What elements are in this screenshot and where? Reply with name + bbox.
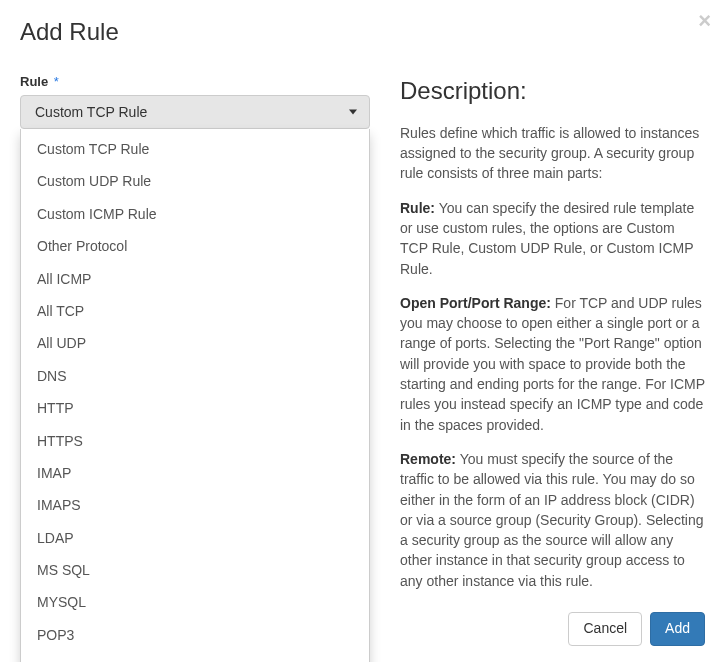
- rule-option[interactable]: HTTPS: [21, 425, 369, 457]
- rule-label-text: Rule: [20, 74, 48, 89]
- description-rule-label: Rule:: [400, 200, 435, 216]
- rule-option[interactable]: All ICMP: [21, 263, 369, 295]
- close-icon[interactable]: ×: [698, 10, 711, 32]
- rule-option[interactable]: MYSQL: [21, 586, 369, 618]
- description-rule-text: You can specify the desired rule templat…: [400, 200, 694, 277]
- add-rule-modal: × Add Rule Rule * Custom TCP Rule Custom…: [0, 0, 725, 662]
- rule-dropdown[interactable]: Custom TCP RuleCustom UDP RuleCustom ICM…: [20, 129, 370, 662]
- rule-option[interactable]: HTTP: [21, 392, 369, 424]
- rule-option[interactable]: Custom UDP Rule: [21, 165, 369, 197]
- rule-option[interactable]: DNS: [21, 360, 369, 392]
- form-column: Rule * Custom TCP Rule Custom TCP RuleCu…: [20, 74, 370, 605]
- rule-option[interactable]: POP3: [21, 619, 369, 651]
- description-remote-label: Remote:: [400, 451, 456, 467]
- description-remote: Remote: You must specify the source of t…: [400, 449, 705, 591]
- description-column: Description: Rules define which traffic …: [400, 74, 705, 605]
- rule-select[interactable]: Custom TCP Rule Custom TCP RuleCustom UD…: [20, 95, 370, 129]
- description-port-label: Open Port/Port Range:: [400, 295, 551, 311]
- cancel-button[interactable]: Cancel: [568, 612, 642, 646]
- rule-option[interactable]: Other Protocol: [21, 230, 369, 262]
- rule-option[interactable]: Custom ICMP Rule: [21, 198, 369, 230]
- description-rule: Rule: You can specify the desired rule t…: [400, 198, 705, 279]
- rule-select-button[interactable]: Custom TCP Rule: [20, 95, 370, 129]
- rule-option[interactable]: All UDP: [21, 327, 369, 359]
- rule-option[interactable]: Custom TCP Rule: [21, 133, 369, 165]
- rule-option[interactable]: IMAPS: [21, 489, 369, 521]
- modal-title: Add Rule: [20, 18, 705, 46]
- modal-footer: Cancel Add: [568, 612, 705, 646]
- description-remote-text: You must specify the source of the traff…: [400, 451, 703, 589]
- description-heading: Description:: [400, 74, 705, 109]
- rule-option[interactable]: MS SQL: [21, 554, 369, 586]
- description-intro: Rules define which traffic is allowed to…: [400, 123, 705, 184]
- caret-down-icon: [349, 110, 357, 115]
- description-port-text: For TCP and UDP rules you may choose to …: [400, 295, 705, 433]
- description-port: Open Port/Port Range: For TCP and UDP ru…: [400, 293, 705, 435]
- rule-selected-value: Custom TCP Rule: [35, 104, 147, 120]
- modal-body: Rule * Custom TCP Rule Custom TCP RuleCu…: [20, 74, 705, 605]
- required-mark: *: [54, 74, 59, 89]
- rule-option[interactable]: LDAP: [21, 522, 369, 554]
- rule-field-label: Rule *: [20, 74, 370, 89]
- rule-option[interactable]: All TCP: [21, 295, 369, 327]
- rule-option[interactable]: POP3S: [21, 651, 369, 662]
- add-button[interactable]: Add: [650, 612, 705, 646]
- rule-option[interactable]: IMAP: [21, 457, 369, 489]
